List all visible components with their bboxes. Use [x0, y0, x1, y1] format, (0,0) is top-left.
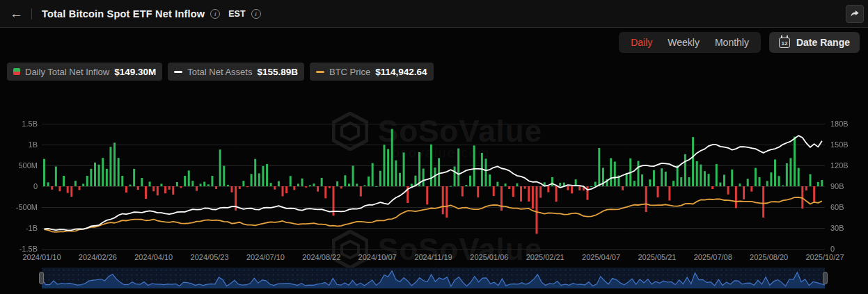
legend-btc-price[interactable]: BTC Price $114,942.64: [310, 63, 434, 81]
legend-name: Total Net Assets: [187, 67, 252, 77]
x-axis-label: 2024/01/10: [22, 253, 61, 261]
x-axis-label: 2025/01/06: [470, 253, 508, 261]
x-axis-label: 2024/10/07: [358, 253, 397, 261]
x-axis-label: 2024/04/10: [134, 253, 173, 261]
x-axis-label: 2025/07/08: [694, 253, 732, 261]
app-root: ← Total Bitcoin Spot ETF Net Inflow EST …: [0, 0, 868, 294]
share-button[interactable]: [846, 5, 864, 23]
toolbar: Daily Weekly Monthly 12 Date Range: [0, 28, 868, 57]
tab-weekly[interactable]: Weekly: [660, 35, 707, 50]
legend-daily-net-inflow[interactable]: Daily Total Net Inflow $149.30M: [7, 63, 162, 81]
est-info-icon[interactable]: [251, 9, 261, 19]
x-axis-label: 2025/08/20: [750, 253, 788, 261]
legend-row: Daily Total Net Inflow $149.30M Total Ne…: [0, 63, 868, 81]
x-axis-label: 2024/08/22: [302, 253, 340, 261]
divider: [31, 8, 32, 19]
legend-value: $114,942.64: [375, 67, 427, 77]
legend-name: Daily Total Net Inflow: [25, 67, 109, 77]
range-navigator[interactable]: [42, 268, 825, 288]
x-axis-labels: 2024/01/102024/02/262024/04/102024/05/23…: [0, 253, 868, 264]
x-axis-label: 2025/02/21: [526, 253, 565, 261]
navigator-canvas[interactable]: [42, 268, 825, 288]
x-axis-label: 2024/02/26: [79, 253, 117, 261]
header-bar: ← Total Bitcoin Spot ETF Net Inflow EST: [0, 0, 868, 28]
tab-monthly[interactable]: Monthly: [707, 35, 757, 50]
x-axis-label: 2024/07/10: [246, 253, 285, 261]
share-icon: [849, 8, 860, 19]
legend-name: BTC Price: [329, 67, 370, 77]
page-title: Total Bitcoin Spot ETF Net Inflow: [42, 8, 205, 19]
chart-area: SoSoValue sosovalue.com SoSoValue sosova…: [0, 85, 868, 294]
tab-daily[interactable]: Daily: [623, 35, 660, 50]
x-axis-label: 2024/05/23: [191, 253, 229, 261]
navigator-left-handle[interactable]: [39, 272, 44, 284]
x-axis-label: 2025/05/21: [638, 253, 676, 261]
calendar-icon: 12: [779, 38, 790, 48]
main-chart-canvas[interactable]: [0, 85, 868, 252]
x-axis-label: 2024/11/19: [414, 253, 452, 261]
date-range-button[interactable]: 12 Date Range: [769, 32, 860, 53]
interval-tabs: Daily Weekly Monthly: [619, 32, 761, 53]
back-arrow-icon[interactable]: ←: [10, 7, 23, 20]
bar-swatch-icon: [13, 68, 20, 75]
legend-value: $155.89B: [257, 67, 298, 77]
est-label: EST: [228, 9, 245, 19]
legend-value: $149.30M: [114, 67, 156, 77]
navigator-right-handle[interactable]: [823, 272, 828, 284]
date-range-label: Date Range: [796, 37, 850, 48]
line-swatch-icon: [174, 71, 182, 73]
x-axis-label: 2025/10/27: [805, 253, 844, 261]
title-info-icon[interactable]: [210, 9, 220, 19]
line-swatch-icon: [316, 71, 324, 73]
legend-total-net-assets[interactable]: Total Net Assets $155.89B: [168, 63, 304, 81]
x-axis-label: 2025/04/07: [582, 253, 620, 261]
